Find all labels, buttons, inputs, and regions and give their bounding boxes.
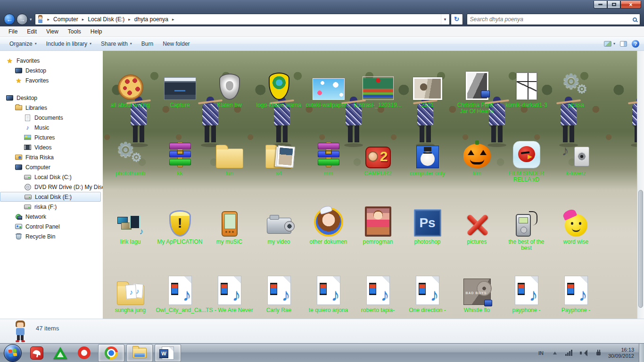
- menu-item-tools[interactable]: Tools: [63, 28, 86, 35]
- sidebar-item-documents[interactable]: Documents: [0, 113, 103, 123]
- sidebar-item-control-panel[interactable]: Control Panel: [0, 222, 103, 231]
- search-input[interactable]: [470, 16, 633, 23]
- file-item-fun[interactable]: fun: [205, 130, 254, 198]
- hidden-icons-chevron-icon[interactable]: [553, 352, 557, 354]
- breadcrumb-item[interactable]: Computer: [52, 15, 79, 24]
- address-bar[interactable]: ▸ Computer▸Local Disk (E:)▸dhyta poenya▸…: [35, 14, 450, 25]
- sidebar-item-computer[interactable]: Computer: [0, 162, 103, 172]
- sidebar-item-local-disk-e-[interactable]: Local Disk (E:): [0, 192, 101, 202]
- maximize-button[interactable]: [607, 1, 620, 8]
- sidebar-item-dvd-rw-drive-d-my-disc[interactable]: DVD RW Drive (D:) My Disc: [0, 182, 103, 192]
- file-item-kk[interactable]: kk: [155, 130, 205, 198]
- file-item-photothumb[interactable]: ⚙⚙photothumb: [106, 130, 155, 198]
- minimize-button[interactable]: [594, 1, 607, 8]
- taskbar-button-explorer[interactable]: [126, 344, 153, 362]
- toolbar-button-new-folder[interactable]: New folder: [158, 39, 194, 49]
- file-item-one-direction-[interactable]: ♪One direction -: [403, 266, 452, 319]
- file-item-komik-darkati1-3[interactable]: komik-darkati1-3: [502, 61, 551, 130]
- sidebar-item-desktop[interactable]: Desktop: [0, 93, 103, 103]
- sidebar-item-favorites[interactable]: ★Favorites: [0, 75, 103, 85]
- sidebar-item-videos[interactable]: Videos: [0, 142, 103, 152]
- menu-item-file[interactable]: File: [4, 28, 22, 35]
- taskbar-button-chrome[interactable]: [98, 344, 124, 362]
- address-dropdown-icon[interactable]: ▾: [441, 14, 449, 25]
- file-item-sungha-jung[interactable]: ♪♪sungha jung: [106, 266, 155, 319]
- file-item-film[interactable]: film: [452, 130, 502, 198]
- sidebar-item-pictures[interactable]: Pictures: [0, 132, 103, 142]
- file-item-campur2[interactable]: 2CAMPUR2: [353, 130, 403, 198]
- sidebar-item-local-disk-c-[interactable]: Local Disk (C:): [0, 172, 103, 182]
- menu-item-view[interactable]: View: [41, 28, 63, 35]
- preview-pane-button[interactable]: [620, 41, 627, 47]
- sidebar-item-riska-f-[interactable]: riska (F:): [0, 202, 103, 212]
- toolbar-button-include-in-library[interactable]: Include in library▾: [41, 39, 96, 49]
- taskbar-button-opera[interactable]: [74, 344, 93, 362]
- file-item-carly-rae[interactable]: ♪Carly Rae: [254, 266, 304, 319]
- sidebar-item-music[interactable]: ♪Music: [0, 123, 103, 132]
- file-item-s4[interactable]: s4: [254, 130, 304, 198]
- toolbar-button-share-with[interactable]: Share with▾: [96, 39, 137, 49]
- sidebar-item-recycle-bin[interactable]: Recycle Bin: [0, 231, 103, 241]
- file-item-klaten-bw[interactable]: Klaten bw: [205, 61, 254, 130]
- file-item-ilustrasi-120319-[interactable]: ilustrasi-_120319...: [353, 61, 403, 130]
- file-item-my-video[interactable]: my video: [254, 198, 304, 266]
- file-item-payphone-[interactable]: ♪payphone -: [502, 266, 551, 319]
- vertical-scrollbar[interactable]: [637, 51, 644, 319]
- menu-item-edit[interactable]: Edit: [22, 28, 41, 35]
- sidebar-item-libraries[interactable]: Libraries: [0, 103, 103, 113]
- file-item-lirik-lagu[interactable]: ♪lirik lagu: [106, 198, 155, 266]
- file-item-pemrogman[interactable]: pemrogman: [353, 198, 403, 266]
- file-item-2201[interactable]: 2201: [403, 61, 452, 130]
- file-item-computer-only[interactable]: computer only: [403, 130, 452, 198]
- network-icon[interactable]: [565, 350, 572, 356]
- file-item-pictures[interactable]: pictures: [452, 198, 502, 266]
- file-item-cuteki-wallpaper-[interactable]: cuteki-wallpaper...: [304, 61, 353, 130]
- taskbar-button-word[interactable]: [155, 344, 181, 362]
- toolbar-button-burn[interactable]: Burn: [137, 39, 158, 49]
- back-button[interactable]: ←: [4, 14, 15, 25]
- search-box[interactable]: [467, 14, 640, 25]
- file-item-te-quiero-arjona[interactable]: ♪te quiero arjona: [304, 266, 353, 319]
- file-item-my-application[interactable]: !My ApPLICATION: [155, 198, 205, 266]
- file-item-payphone-[interactable]: ♪Payphone -: [551, 266, 601, 319]
- sidebar-item-fitria-riska[interactable]: Fitria Riska: [0, 152, 103, 162]
- power-icon[interactable]: [595, 350, 602, 356]
- file-item-film-sinder-rella-xd[interactable]: FILM SINDER RELLA xD: [502, 130, 551, 198]
- volume-icon[interactable]: [580, 350, 587, 356]
- file-item-all-about-writing[interactable]: all about writing: [106, 61, 155, 130]
- file-item-owl-city-and-ca-[interactable]: ♪Owl_City_and_Ca...: [155, 266, 205, 319]
- help-button[interactable]: ?: [632, 40, 639, 48]
- file-item-my-music[interactable]: my muSiC: [205, 198, 254, 266]
- file-item-capture[interactable]: Capture: [155, 61, 205, 130]
- change-view-button[interactable]: ▾: [604, 41, 615, 47]
- file-item-christina-perri-jar-of-hearts[interactable]: Christina Perri - Jar Of Hearts: [452, 61, 502, 130]
- file-item-ts-we-are-never[interactable]: ♪TS - We Are Never: [205, 266, 254, 319]
- breadcrumb-item[interactable]: Local Disk (E:): [87, 15, 125, 24]
- breadcrumb-item[interactable]: dhyta poenya: [133, 15, 169, 24]
- taskbar-button-smadav[interactable]: [51, 344, 70, 362]
- file-item-word-wise[interactable]: word wise: [551, 198, 601, 266]
- file-item-logo-klaten-warna[interactable]: logo-klaten-warna: [254, 61, 304, 130]
- sidebar-item-desktop[interactable]: Desktop: [0, 66, 103, 75]
- forward-button[interactable]: →: [17, 14, 28, 25]
- clock[interactable]: 16:13 30/09/2012: [605, 347, 639, 359]
- file-item-mm[interactable]: mm: [304, 130, 353, 198]
- show-desktop-button[interactable]: [639, 344, 644, 362]
- language-indicator[interactable]: IN: [534, 350, 548, 356]
- close-button[interactable]: ×: [620, 1, 641, 8]
- file-item-photoshop[interactable]: Psphotoshop: [403, 198, 452, 266]
- menu-item-help[interactable]: Help: [86, 28, 107, 35]
- file-item-picasa[interactable]: ⚙⚙picasa: [551, 61, 601, 130]
- sidebar-item-network[interactable]: Network: [0, 212, 103, 222]
- file-item-other-dokumen[interactable]: other dokumen: [304, 198, 353, 266]
- taskbar-button-avira[interactable]: [27, 344, 46, 362]
- scrollbar-thumb[interactable]: [638, 190, 643, 308]
- sidebar-item-favorites[interactable]: ★Favorites: [0, 56, 103, 66]
- file-item-whistle-flo[interactable]: BAD BOYSWhistle flo: [452, 266, 502, 319]
- file-item-roberto-tapia-[interactable]: ♪roberto tapia-: [353, 266, 403, 319]
- recent-pages-dropdown-icon[interactable]: ▾: [30, 17, 32, 22]
- file-item-k-loverz[interactable]: ♪k-loverz: [551, 130, 601, 198]
- file-item-the-best-of-the-best[interactable]: the best of the best: [502, 198, 551, 266]
- refresh-button[interactable]: ↻: [451, 14, 463, 25]
- start-button[interactable]: [4, 344, 22, 362]
